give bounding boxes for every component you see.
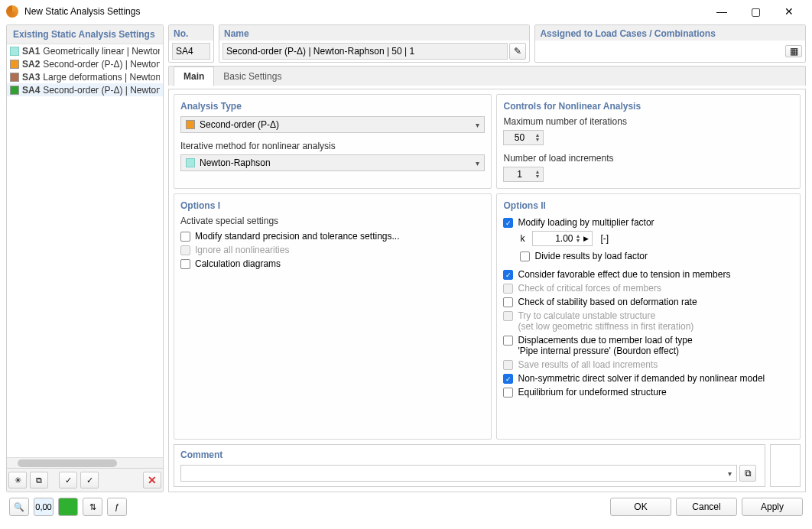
field-assigned-label: Assigned to Load Cases / Combinations	[535, 25, 805, 41]
section-options-1: Options I Activate special settings Modi…	[174, 193, 492, 440]
tabs-strip: Main Basic Settings	[168, 66, 806, 86]
options1-title: Options I	[180, 200, 485, 211]
list-item[interactable]: SA2Second-order (P-Δ) | Newton-R…	[7, 57, 163, 70]
option-unstable-structure: Try to calculate unstable structure (set…	[503, 309, 794, 333]
spinner-arrows-icon[interactable]: ▲▼	[534, 170, 540, 179]
existing-settings-list[interactable]: SA1Geometrically linear | Newton-…SA2Sec…	[7, 44, 163, 457]
chevron-down-icon: ▾	[728, 469, 732, 478]
k-factor-input[interactable]	[536, 233, 573, 244]
field-name: Name ✎	[219, 24, 530, 63]
check-button-2[interactable]: ✓	[80, 472, 99, 488]
analysis-type-title: Analysis Type	[180, 101, 485, 112]
field-name-input[interactable]	[222, 43, 508, 60]
comment-library-button[interactable]: ⧉	[739, 465, 756, 482]
search-icon-button[interactable]: 🔍	[9, 498, 29, 516]
maximize-button[interactable]: ▢	[739, 1, 772, 22]
title-bar: New Static Analysis Settings ― ▢ ✕	[0, 0, 812, 23]
list-item-code: SA2	[22, 59, 40, 70]
option-favorable-tension[interactable]: Consider favorable effect due to tension…	[503, 268, 794, 281]
list-item-swatch	[10, 73, 19, 82]
k-factor-label: k	[520, 233, 525, 244]
comment-dropdown[interactable]: ▾	[180, 465, 737, 482]
field-no-input[interactable]	[172, 43, 210, 60]
tool-button-2[interactable]: ƒ	[107, 498, 127, 516]
list-item[interactable]: SA4Second-order (P-Δ) | Newton-R…	[7, 83, 163, 96]
load-increments-input[interactable]	[507, 169, 531, 180]
edit-name-button[interactable]: ✎	[509, 43, 526, 60]
list-item-swatch	[10, 86, 19, 95]
option-modify-precision[interactable]: Modify standard precision and tolerance …	[180, 229, 485, 243]
decimals-button[interactable]: 0,00	[34, 498, 54, 516]
section-options-2: Options II Modify loading by multiplier …	[496, 193, 801, 440]
list-item-swatch	[10, 47, 19, 56]
option-ignore-nonlinearities: Ignore all nonlinearities	[180, 243, 485, 257]
horizontal-scrollbar[interactable]	[7, 457, 163, 468]
tab-basic-settings[interactable]: Basic Settings	[214, 67, 291, 86]
max-iterations-spinner[interactable]: ▲▼	[503, 130, 544, 145]
option-critical-forces: Check of critical forces of members	[503, 281, 794, 295]
max-iterations-input[interactable]	[507, 132, 531, 143]
analysis-type-swatch	[186, 120, 195, 129]
option-save-increments: Save results of all load increments	[503, 358, 794, 372]
list-toolbar: ✳ ⧉ ✓ ✓ ✕	[7, 468, 163, 492]
list-item-label: Large deformations | Newton-…	[43, 72, 160, 83]
comment-label: Comment	[180, 449, 758, 460]
chevron-down-icon: ▾	[476, 121, 479, 129]
iterative-method-value: Newton-Raphson	[200, 157, 271, 168]
section-comment: Comment ▾ ⧉	[174, 444, 765, 487]
list-item[interactable]: SA3Large deformations | Newton-…	[7, 70, 163, 83]
field-name-label: Name	[219, 25, 529, 41]
list-item-label: Second-order (P-Δ) | Newton-R…	[43, 85, 160, 96]
load-increments-label: Number of load increments	[503, 153, 794, 164]
list-item-label: Geometrically linear | Newton-…	[43, 46, 160, 57]
section-analysis-type: Analysis Type Second-order (P-Δ) ▾ Itera…	[174, 94, 492, 189]
new-item-button[interactable]: ✳	[8, 472, 27, 488]
list-item-code: SA3	[22, 72, 40, 83]
iterative-method-label: Iterative method for nonlinear analysis	[180, 141, 485, 151]
load-increments-spinner[interactable]: ▲▼	[503, 167, 544, 182]
controls-title: Controls for Nonlinear Analysis	[503, 101, 794, 112]
tool-button-1[interactable]: ⇅	[83, 498, 102, 516]
existing-settings-header: Existing Static Analysis Settings	[7, 25, 163, 44]
apply-button[interactable]: Apply	[742, 498, 803, 516]
list-item-code: SA1	[22, 46, 40, 57]
option-stability-check[interactable]: Check of stability based on deformation …	[503, 295, 794, 309]
app-icon	[6, 5, 18, 18]
option-calculation-diagrams[interactable]: Calculation diagrams	[180, 257, 485, 271]
spinner-arrows-icon[interactable]: ▲▼	[534, 133, 540, 142]
close-button[interactable]: ✕	[772, 1, 806, 22]
option-modify-loading[interactable]: Modify loading by multiplier factor	[503, 216, 794, 229]
field-no: No.	[168, 24, 214, 63]
field-no-label: No.	[169, 25, 213, 41]
copy-item-button[interactable]: ⧉	[30, 472, 48, 488]
ok-button[interactable]: OK	[610, 498, 671, 516]
iterative-method-dropdown[interactable]: Newton-Raphson ▾	[180, 154, 485, 171]
assigned-picker-button[interactable]: ▦	[785, 45, 802, 57]
minimize-button[interactable]: ―	[705, 1, 739, 22]
analysis-type-dropdown[interactable]: Second-order (P-Δ) ▾	[180, 116, 485, 133]
bottom-bar: 🔍 0,00 ⇅ ƒ OK Cancel Apply	[0, 492, 812, 521]
option-equilibrium-undeformed[interactable]: Equilibrium for undeformed structure	[503, 385, 794, 399]
list-item[interactable]: SA1Geometrically linear | Newton-…	[7, 44, 163, 57]
comment-side-panel	[770, 444, 801, 487]
section-controls: Controls for Nonlinear Analysis Maximum …	[496, 94, 801, 189]
option-pipe-pressure[interactable]: Displacements due to member load of type…	[503, 333, 794, 358]
list-item-label: Second-order (P-Δ) | Newton-R…	[43, 59, 160, 70]
list-item-swatch	[10, 60, 19, 69]
tab-main[interactable]: Main	[174, 67, 214, 86]
option-nonsymmetric-solver[interactable]: Non-symmetric direct solver if demanded …	[503, 372, 794, 385]
window-title: New Static Analysis Settings	[24, 6, 705, 17]
check-button-1[interactable]: ✓	[59, 472, 77, 488]
delete-item-button[interactable]: ✕	[143, 472, 161, 488]
k-factor-input-wrap[interactable]: ▲▼ ▶	[532, 231, 593, 246]
cancel-button[interactable]: Cancel	[676, 498, 737, 516]
max-iterations-label: Maximum number of iterations	[503, 116, 794, 127]
field-assigned: Assigned to Load Cases / Combinations ▦	[534, 24, 806, 63]
analysis-type-value: Second-order (P-Δ)	[200, 119, 279, 130]
chevron-down-icon: ▾	[476, 159, 479, 167]
color-button[interactable]	[58, 498, 78, 516]
activate-special-label: Activate special settings	[180, 216, 485, 226]
option-divide-results[interactable]: Divide results by load factor	[520, 249, 794, 263]
iterative-method-swatch	[186, 158, 195, 167]
options2-title: Options II	[503, 200, 794, 211]
